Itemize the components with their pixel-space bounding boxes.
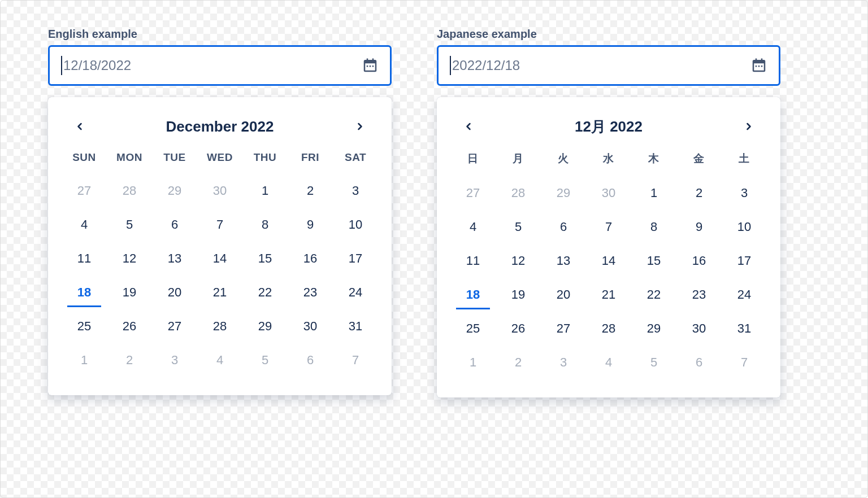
calendar-day-outside[interactable]: 2 — [107, 348, 152, 373]
calendar-day[interactable]: 21 — [586, 282, 631, 307]
calendar-day-outside[interactable]: 30 — [586, 181, 631, 206]
prev-month-button[interactable] — [457, 115, 480, 138]
calendar-day[interactable]: 7 — [197, 212, 242, 237]
calendar-day[interactable]: 19 — [496, 282, 541, 307]
calendar-day[interactable]: 8 — [631, 215, 676, 239]
next-month-button[interactable] — [737, 115, 760, 138]
calendar-day[interactable]: 11 — [62, 246, 107, 271]
calendar-day[interactable]: 6 — [152, 212, 197, 237]
calendar-day[interactable]: 22 — [242, 280, 288, 305]
calendar-day[interactable]: 5 — [496, 215, 541, 239]
calendar-day[interactable]: 1 — [631, 181, 676, 206]
calendar-day[interactable]: 4 — [62, 212, 107, 237]
calendar-day[interactable]: 31 — [333, 314, 378, 339]
calendar-day-outside[interactable]: 28 — [496, 181, 541, 206]
calendar-day[interactable]: 26 — [107, 314, 152, 339]
calendar-day[interactable]: 15 — [242, 246, 288, 271]
calendar-day-outside[interactable]: 7 — [722, 350, 767, 375]
calendar-day-outside[interactable]: 7 — [333, 348, 378, 373]
calendar-day[interactable]: 20 — [541, 282, 586, 307]
calendar-day[interactable]: 22 — [631, 282, 676, 307]
calendar-day-outside[interactable]: 30 — [197, 178, 242, 203]
calendar-day-selected[interactable]: 18 — [62, 280, 107, 305]
calendar-day-outside[interactable]: 27 — [62, 178, 107, 203]
calendar-day[interactable]: 28 — [586, 316, 631, 341]
calendar-day-outside[interactable]: 6 — [288, 348, 333, 373]
calendar-day[interactable]: 24 — [722, 282, 767, 307]
text-caret — [61, 56, 62, 75]
calendar-day-outside[interactable]: 29 — [541, 181, 586, 206]
calendar-day-outside[interactable]: 6 — [676, 350, 722, 375]
calendar-day[interactable]: 12 — [107, 246, 152, 271]
calendar-day-outside[interactable]: 2 — [496, 350, 541, 375]
calendar-day-outside[interactable]: 29 — [152, 178, 197, 203]
date-input-container[interactable] — [437, 45, 780, 86]
calendar-day[interactable]: 9 — [288, 212, 333, 237]
calendar-day-outside[interactable]: 4 — [586, 350, 631, 375]
calendar-day[interactable]: 21 — [197, 280, 242, 305]
calendar-day-outside[interactable]: 4 — [197, 348, 242, 373]
calendar-day[interactable]: 20 — [152, 280, 197, 305]
calendar-day[interactable]: 17 — [722, 248, 767, 273]
calendar-day[interactable]: 27 — [541, 316, 586, 341]
calendar-day[interactable]: 29 — [631, 316, 676, 341]
calendar-day[interactable]: 4 — [450, 215, 496, 239]
calendar-day[interactable]: 3 — [722, 181, 767, 206]
calendar-icon[interactable] — [362, 57, 379, 74]
calendar-day[interactable]: 2 — [676, 181, 722, 206]
calendar-day[interactable]: 9 — [676, 215, 722, 239]
calendar-day[interactable]: 11 — [450, 248, 496, 273]
calendar-day[interactable]: 10 — [333, 212, 378, 237]
calendar-day[interactable]: 5 — [107, 212, 152, 237]
calendar-day[interactable]: 27 — [152, 314, 197, 339]
calendar-day[interactable]: 8 — [242, 212, 288, 237]
calendar-day[interactable]: 14 — [586, 248, 631, 273]
calendar-day[interactable]: 7 — [586, 215, 631, 239]
calendar-day[interactable]: 14 — [197, 246, 242, 271]
calendar-day[interactable]: 13 — [541, 248, 586, 273]
calendar-day[interactable]: 19 — [107, 280, 152, 305]
next-month-button[interactable] — [349, 115, 371, 138]
calendar-day-outside[interactable]: 1 — [450, 350, 496, 375]
calendar-day-selected[interactable]: 18 — [450, 282, 496, 307]
calendar-day[interactable]: 1 — [242, 178, 288, 203]
calendar-day-outside[interactable]: 27 — [450, 181, 496, 206]
calendar-day[interactable]: 25 — [62, 314, 107, 339]
weekday-header: 土 — [722, 151, 767, 172]
calendar-day[interactable]: 28 — [197, 314, 242, 339]
calendar-day[interactable]: 16 — [288, 246, 333, 271]
calendar-day[interactable]: 17 — [333, 246, 378, 271]
prev-month-button[interactable] — [68, 115, 91, 138]
calendar-day[interactable]: 31 — [722, 316, 767, 341]
date-input[interactable] — [452, 58, 750, 73]
calendar-day[interactable]: 3 — [333, 178, 378, 203]
calendar-day[interactable]: 16 — [676, 248, 722, 273]
calendar-day[interactable]: 29 — [242, 314, 288, 339]
calendar-day[interactable]: 13 — [152, 246, 197, 271]
calendar-icon[interactable] — [750, 57, 767, 74]
calendar-day-outside[interactable]: 5 — [242, 348, 288, 373]
weekday-header: SUN — [62, 151, 107, 169]
calendar-day[interactable]: 23 — [676, 282, 722, 307]
calendar-day[interactable]: 2 — [288, 178, 333, 203]
datepicker-example: Japanese example 12月 2022 日月火水木金土2728293… — [437, 28, 780, 397]
calendar-day[interactable]: 26 — [496, 316, 541, 341]
calendar-day[interactable]: 24 — [333, 280, 378, 305]
date-input-container[interactable] — [48, 45, 392, 86]
calendar-popup: 12月 2022 日月火水木金土272829301234567891011121… — [437, 97, 780, 397]
calendar-day[interactable]: 30 — [288, 314, 333, 339]
calendar-day[interactable]: 23 — [288, 280, 333, 305]
calendar-day[interactable]: 25 — [450, 316, 496, 341]
calendar-day-outside[interactable]: 1 — [62, 348, 107, 373]
date-input[interactable] — [63, 58, 362, 73]
calendar-day[interactable]: 6 — [541, 215, 586, 239]
text-caret — [450, 56, 451, 75]
calendar-day-outside[interactable]: 28 — [107, 178, 152, 203]
calendar-day[interactable]: 12 — [496, 248, 541, 273]
calendar-day[interactable]: 30 — [676, 316, 722, 341]
calendar-day[interactable]: 10 — [722, 215, 767, 239]
calendar-day-outside[interactable]: 3 — [152, 348, 197, 373]
calendar-day-outside[interactable]: 3 — [541, 350, 586, 375]
calendar-day-outside[interactable]: 5 — [631, 350, 676, 375]
calendar-day[interactable]: 15 — [631, 248, 676, 273]
